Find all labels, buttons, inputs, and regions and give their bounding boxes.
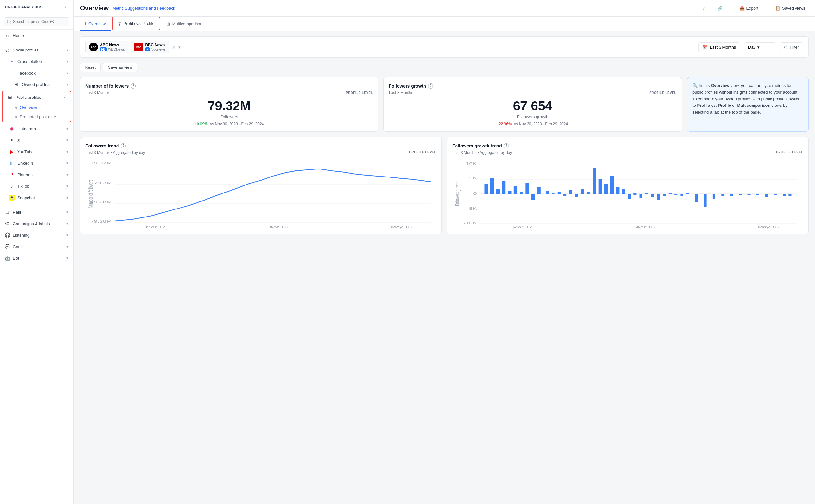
growth-trend-help-icon[interactable]: ?: [504, 143, 509, 148]
sidebar-item-youtube[interactable]: ▶ YouTube ▼: [0, 146, 73, 157]
chevron-list-icon: ▼: [66, 233, 69, 237]
followers-menu-button[interactable]: ···: [366, 83, 373, 89]
growth-level-badge: PROFILE LEVEL: [649, 91, 677, 95]
home-icon: ⌂: [4, 33, 10, 38]
public-icon: ⊞: [7, 94, 13, 100]
sidebar-item-cross-platform[interactable]: ✦ Cross-platform ▼: [0, 56, 73, 67]
followers-help-icon[interactable]: ?: [130, 83, 136, 89]
gy-label-neg5k: -5K: [467, 207, 477, 210]
growth-help-icon[interactable]: ?: [428, 83, 433, 89]
page-title: Overview: [80, 4, 108, 12]
followers-title: Number of followers: [85, 83, 129, 89]
export-button[interactable]: 📤 Export: [736, 4, 762, 12]
bar7: [519, 192, 523, 194]
save-view-button[interactable]: Save as view: [103, 63, 137, 72]
saved-views-icon: 📋: [775, 6, 780, 11]
bar5: [508, 191, 511, 194]
sidebar-item-public-profiles[interactable]: ⊞ Public profiles ▲: [3, 91, 71, 103]
youtube-icon: ▶: [9, 149, 15, 154]
sidebar-header: UNIFIED ANALYTICS ←: [0, 0, 73, 14]
growth-label: Followers growth: [389, 114, 677, 119]
filter-toolbar: ABC ABC News FB /ABCNews BBC BBC News: [80, 36, 809, 58]
tiktok-icon: ♪: [9, 183, 15, 189]
sidebar-item-linkedin[interactable]: in LinkedIn ▼: [0, 157, 73, 169]
public-profiles-section: ⊞ Public profiles ▲ Overview Promoted po…: [2, 91, 71, 122]
social-profiles-label: Social profiles: [13, 48, 39, 52]
pinterest-icon: P: [9, 172, 15, 177]
interval-chevron-icon: ▾: [757, 45, 760, 50]
sidebar-item-social-profiles[interactable]: ◎ Social profiles ▲: [0, 44, 73, 56]
clear-profiles-button[interactable]: ✕: [171, 44, 176, 50]
barr-neg4: [730, 194, 733, 196]
bar1: [484, 184, 488, 194]
date-range-selector[interactable]: 📅 Last 3 Months: [699, 42, 740, 52]
sidebar-item-promoted-post[interactable]: Promoted post dete...: [15, 112, 71, 122]
sidebar-item-tiktok[interactable]: ♪ TikTok ▼: [0, 180, 73, 192]
growth-trend-menu-button[interactable]: ···: [796, 142, 803, 149]
calendar-icon: 📅: [703, 45, 708, 50]
barr8: [669, 193, 672, 194]
growth-menu-button[interactable]: ···: [670, 83, 677, 89]
tab-multicomparison[interactable]: ◑ Multicomparison: [162, 18, 208, 31]
filter-button[interactable]: ⚙ Filter: [780, 42, 803, 52]
bar9: [531, 194, 535, 200]
abc-name: ABC News: [100, 43, 125, 47]
bbc-handle: F /bbcnews: [145, 47, 166, 51]
barr5: [651, 194, 654, 197]
tab-overview-label: Overview: [88, 21, 106, 26]
interval-label: Day: [748, 45, 756, 50]
sidebar-item-care[interactable]: 💬 Care ▼: [0, 241, 73, 252]
content-area: ABC ABC News FB /ABCNews BBC BBC News: [74, 31, 815, 504]
profile-chip-abc[interactable]: ABC ABC News FB /ABCNews: [85, 41, 128, 53]
tab-profile-vs-profile[interactable]: ◎ Profile vs. Profile: [112, 17, 160, 30]
followers-trend-card: Followers trend ? ··· Last 3 Months • Ag…: [80, 137, 442, 234]
chevron-up-icon: ▲: [66, 48, 69, 52]
sidebar-item-paid[interactable]: □ Paid ▼: [0, 206, 73, 218]
saved-views-button[interactable]: 📋 Saved views: [772, 4, 809, 12]
sidebar-item-pinterest[interactable]: P Pinterest ▼: [0, 169, 73, 180]
search-input[interactable]: [4, 17, 69, 26]
sidebar-item-snapchat[interactable]: 👻 Snapchat ▼: [0, 192, 73, 203]
growth-trend-chart-area: 10K 5K 0 -5K -10K Followers growth: [452, 159, 803, 229]
sidebar-item-campaigns[interactable]: 🏷 Campaigns & labels ▼: [0, 218, 73, 229]
barr-neg7: [756, 194, 759, 195]
chevron-public-icon: ▲: [63, 96, 66, 99]
sidebar-item-listening[interactable]: 🎧 Listening ▼: [0, 229, 73, 241]
sidebar-item-facebook[interactable]: f Facebook ▲: [0, 67, 73, 79]
barr-neg5: [739, 194, 742, 195]
x-label-apr16: Apr 16: [269, 225, 288, 229]
sidebar-item-bot[interactable]: 🤖 Bot ▼: [0, 252, 73, 264]
bar-spike2: [598, 179, 602, 194]
sidebar-item-overview[interactable]: Overview: [15, 103, 71, 112]
trend-menu-button[interactable]: ···: [430, 142, 436, 149]
dot-icon: [15, 107, 17, 109]
sidebar-item-instagram[interactable]: ◉ Instagram ▼: [0, 123, 73, 134]
tab-overview[interactable]: f Overview: [80, 18, 111, 31]
profiles-dropdown-button[interactable]: ▾: [178, 45, 180, 50]
sidebar-item-owned-profiles[interactable]: ⊞ Owned profiles ▼: [0, 79, 73, 90]
expand-icon: ⤢: [702, 6, 706, 11]
bar-spike3: [604, 184, 608, 194]
x-label-mar17: Mar 17: [146, 225, 166, 229]
care-label: Care: [13, 244, 22, 249]
bar3: [496, 189, 500, 194]
chevron-bot-icon: ▼: [66, 256, 69, 260]
barm6: [575, 194, 578, 197]
trend-line: [115, 169, 430, 221]
campaigns-label: Campaigns & labels: [13, 221, 50, 226]
trend-help-icon[interactable]: ?: [121, 143, 126, 148]
sidebar-item-x[interactable]: ✕ X ▼: [0, 134, 73, 146]
filter-label: Filter: [790, 45, 799, 50]
chevron-owned-icon: ▼: [66, 83, 69, 86]
reset-button[interactable]: Reset: [80, 63, 100, 72]
bar4: [502, 181, 505, 194]
interval-selector[interactable]: Day ▾: [744, 42, 776, 52]
back-icon[interactable]: ←: [64, 4, 68, 9]
expand-button[interactable]: ⤢: [699, 4, 709, 12]
profile-chip-bbc[interactable]: BBC BBC News F /bbcnews: [131, 41, 169, 53]
sidebar-item-home[interactable]: ⌂ Home: [0, 30, 73, 41]
barr3: [640, 194, 643, 198]
profile-selector: ABC ABC News FB /ABCNews BBC BBC News: [85, 41, 695, 53]
feedback-link[interactable]: Metric Suggestions and Feedback: [112, 6, 175, 11]
link-button[interactable]: 🔗: [714, 4, 726, 12]
